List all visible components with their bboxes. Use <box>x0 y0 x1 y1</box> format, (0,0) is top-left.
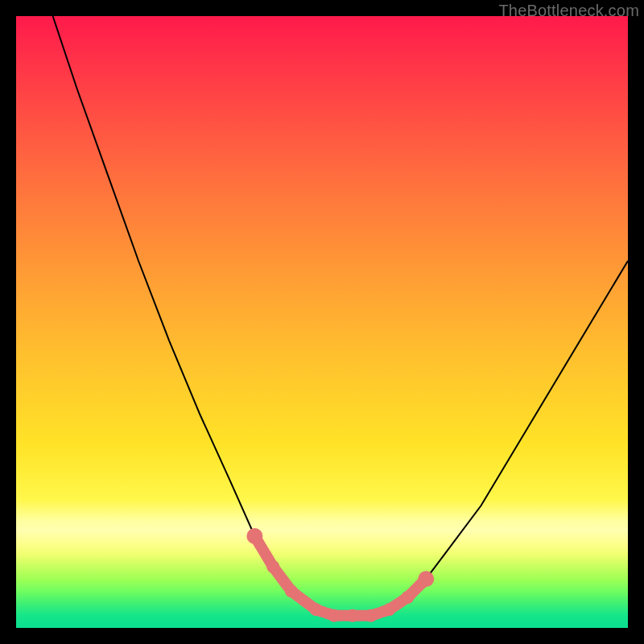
chart-stage: TheBottleneck.com <box>0 0 644 644</box>
marker-segment <box>254 536 426 616</box>
marker-dot <box>285 584 298 597</box>
marker-dot <box>246 528 262 544</box>
bottleneck-curve <box>16 16 628 628</box>
curve-markers <box>246 528 434 622</box>
marker-dot <box>328 609 341 622</box>
curve-line <box>53 16 628 616</box>
marker-dot <box>418 571 434 587</box>
plot-area <box>16 16 628 628</box>
marker-dot <box>266 560 279 573</box>
marker-dot <box>346 609 359 622</box>
marker-dot <box>365 609 378 622</box>
marker-dot <box>309 603 322 616</box>
marker-dot <box>401 591 414 604</box>
marker-dot <box>383 603 396 616</box>
